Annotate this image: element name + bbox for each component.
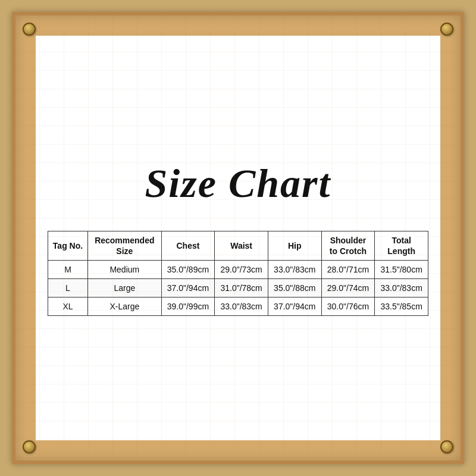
table-header-row: Tag No. RecommendedSize Chest Waist Hip … — [48, 231, 428, 260]
cell-tag_no: L — [48, 279, 88, 298]
size-chart-table: Tag No. RecommendedSize Chest Waist Hip … — [48, 231, 428, 317]
col-header-tag: Tag No. — [48, 231, 88, 260]
cell-chest: 39.0"/99cm — [161, 298, 215, 316]
cell-total_length: 33.0"/83cm — [375, 279, 428, 298]
col-header-rec-size: RecommendedSize — [88, 231, 162, 260]
cell-chest: 37.0"/94cm — [161, 279, 215, 298]
cell-total_length: 31.5"/80cm — [375, 260, 428, 278]
cell-shoulder_to_crotch: 28.0"/71cm — [321, 260, 375, 278]
cell-rec_size: X-Large — [88, 298, 162, 316]
cell-chest: 35.0"/89cm — [161, 260, 215, 278]
page-title: Size Chart — [145, 160, 331, 207]
table-row: MMedium35.0"/89cm29.0"/73cm33.0"/83cm28.… — [48, 260, 428, 278]
cell-rec_size: Medium — [88, 260, 162, 278]
cell-hip: 33.0"/83cm — [268, 260, 321, 278]
col-header-chest: Chest — [161, 231, 215, 260]
bolt-bottom-right — [440, 440, 453, 453]
cell-tag_no: M — [48, 260, 88, 278]
cell-waist: 31.0"/78cm — [215, 279, 268, 298]
cell-tag_no: XL — [48, 298, 88, 316]
inner-content: Size Chart Tag No. RecommendedSize Chest… — [36, 36, 440, 440]
cell-hip: 37.0"/94cm — [268, 298, 321, 316]
cell-waist: 33.0"/83cm — [215, 298, 268, 316]
cell-total_length: 33.5"/85cm — [375, 298, 428, 316]
table-row: XLX-Large39.0"/99cm33.0"/83cm37.0"/94cm3… — [48, 298, 428, 316]
cell-rec_size: Large — [88, 279, 162, 298]
cell-shoulder_to_crotch: 30.0"/76cm — [321, 298, 375, 316]
cell-shoulder_to_crotch: 29.0"/74cm — [321, 279, 375, 298]
col-header-total-length: TotalLength — [375, 231, 428, 260]
table-row: LLarge37.0"/94cm31.0"/78cm35.0"/88cm29.0… — [48, 279, 428, 298]
col-header-hip: Hip — [268, 231, 321, 260]
col-header-waist: Waist — [215, 231, 268, 260]
bolt-bottom-left — [23, 440, 36, 453]
cell-hip: 35.0"/88cm — [268, 279, 321, 298]
col-header-shoulder-to-crotch: Shoulderto Crotch — [321, 231, 375, 260]
outer-frame: Size Chart Tag No. RecommendedSize Chest… — [12, 12, 464, 464]
bolt-top-left — [23, 23, 36, 36]
bolt-top-right — [440, 23, 453, 36]
cell-waist: 29.0"/73cm — [215, 260, 268, 278]
